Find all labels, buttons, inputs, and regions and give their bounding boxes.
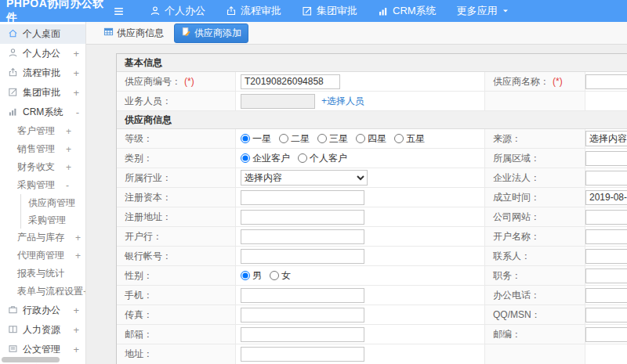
sidebar-item-sales-mgmt[interactable]: 销售管理 +	[0, 140, 85, 158]
sidebar-item-admin-office[interactable]: 行政办公 +	[0, 301, 85, 320]
expand-icon[interactable]: +	[66, 162, 71, 173]
category-option-enterprise[interactable]: 企业客户	[241, 152, 290, 165]
level-option-2star[interactable]: 二星	[279, 132, 310, 146]
sidebar-item-product-inventory[interactable]: 产品与库存 +	[0, 229, 85, 247]
source-select[interactable]: 选择内容	[585, 131, 627, 146]
sidebar-item-purchasing[interactable]: 采购管理	[21, 211, 85, 229]
field-label: 成立时间：	[485, 188, 585, 207]
fax-input[interactable]	[241, 308, 364, 323]
collapse-icon[interactable]: -	[66, 180, 69, 191]
sidebar-item-supplier-mgmt[interactable]: 供应商管理	[21, 194, 85, 211]
collapse-icon[interactable]: -	[76, 106, 79, 118]
expand-icon[interactable]: +	[73, 48, 79, 59]
sidebar-item-personal-office[interactable]: 个人办公 +	[0, 44, 85, 63]
field-label: 注册资本：	[117, 188, 236, 207]
sidebar-item-purchase-mgmt[interactable]: 采购管理 -	[0, 176, 85, 194]
expand-icon[interactable]: +	[73, 87, 79, 99]
nav-crm-system[interactable]: CRM系统	[368, 0, 447, 22]
sidebar-item-finance[interactable]: 财务收支 +	[0, 158, 85, 176]
sidebar-item-group-approval[interactable]: 集团审批 +	[0, 83, 85, 103]
expand-icon[interactable]: +	[73, 324, 79, 336]
sidebar-item-crm-system[interactable]: CRM系统 -	[0, 103, 85, 122]
radio-input[interactable]	[298, 153, 307, 163]
mobile-input[interactable]	[241, 288, 364, 303]
radio-input[interactable]	[241, 153, 250, 163]
form-row-industry-legal: 所属行业： 选择内容 企业法人：	[117, 168, 627, 188]
level-option-5star[interactable]: 五星	[394, 132, 425, 146]
expand-icon[interactable]: +	[73, 305, 79, 316]
home-icon	[8, 28, 18, 41]
contact-person-input[interactable]	[585, 249, 627, 264]
sidebar-item-form-process-settings[interactable]: 表单与流程设置 +	[0, 283, 85, 301]
bank-account-input[interactable]	[241, 249, 364, 264]
company-website-input[interactable]	[585, 210, 627, 225]
bank-name-input[interactable]	[241, 229, 364, 244]
qq-msn-input[interactable]	[585, 308, 627, 323]
expand-icon[interactable]: +	[66, 126, 71, 137]
nav-group-approval[interactable]: 集团审批	[292, 0, 368, 22]
nav-process-approval[interactable]: 流程审批	[216, 0, 292, 22]
supplier-add-form: 基本信息 供应商编号： (*) 供应商名称： (*)	[86, 45, 627, 364]
table-icon	[103, 27, 114, 39]
sidebar-item-label: 供应商管理	[28, 196, 75, 210]
level-option-1star[interactable]: 一星	[241, 132, 271, 146]
sales-person-input[interactable]	[241, 94, 315, 109]
radio-input[interactable]	[317, 134, 327, 143]
radio-input[interactable]	[279, 134, 288, 143]
expand-icon[interactable]: +	[75, 232, 81, 243]
category-option-personal[interactable]: 个人客户	[298, 152, 347, 165]
sidebar-item-label: 财务收支	[17, 160, 55, 174]
section-header-basic-info: 基本信息	[117, 54, 627, 72]
address-input[interactable]	[241, 347, 364, 362]
sidebar-item-customer-mgmt[interactable]: 客户管理 +	[0, 122, 85, 140]
registered-address-input[interactable]	[241, 210, 364, 225]
sidebar-item-label: 个人桌面	[23, 27, 60, 41]
registered-capital-input[interactable]	[241, 190, 364, 205]
sidebar-item-process-approval[interactable]: 流程审批 +	[0, 63, 85, 83]
nav-more-apps[interactable]: 更多应用	[447, 0, 520, 22]
expand-icon[interactable]: +	[66, 144, 71, 155]
zip-code-input[interactable]	[585, 327, 627, 342]
field-label: 供应商编号： (*)	[117, 72, 236, 91]
office-phone-input[interactable]	[585, 288, 627, 303]
expand-icon[interactable]: +	[83, 287, 86, 297]
account-name-input[interactable]	[585, 229, 627, 244]
sidebar-item-personal-desktop[interactable]: 个人桌面	[0, 24, 85, 44]
radio-input[interactable]	[356, 134, 365, 143]
tab-supplier-info[interactable]: 供应商信息	[99, 24, 169, 42]
nav-label: 流程审批	[241, 4, 281, 18]
field-label: 供应商名称： (*)	[485, 72, 585, 91]
choose-person-link[interactable]: +选择人员	[321, 95, 364, 108]
level-option-3star[interactable]: 三星	[317, 132, 348, 146]
field-label: 类别：	[117, 149, 236, 168]
tab-supplier-add[interactable]: 供应商添加	[174, 23, 248, 43]
level-option-4star[interactable]: 四星	[356, 132, 386, 146]
sidebar-item-label: 代理商管理	[17, 249, 64, 262]
expand-icon[interactable]: +	[75, 250, 81, 261]
expand-icon[interactable]: +	[73, 344, 79, 355]
gender-option-male[interactable]: 男	[241, 269, 262, 283]
field-label: 所属区域：	[485, 149, 585, 168]
radio-input[interactable]	[394, 134, 404, 143]
field-label: 邮编：	[485, 325, 585, 344]
expand-icon[interactable]: +	[73, 67, 79, 79]
region-input[interactable]	[585, 151, 627, 166]
email-input[interactable]	[241, 327, 364, 342]
horizontal-scrollbar-thumb[interactable]	[2, 357, 60, 362]
content-area: 供应商信息 供应商添加 基本信息 供应商编号： (*)	[86, 22, 627, 364]
radio-input[interactable]	[270, 271, 279, 280]
position-input[interactable]	[585, 268, 627, 283]
radio-input[interactable]	[241, 134, 250, 143]
hamburger-menu-icon[interactable]	[108, 5, 129, 17]
founding-date-input[interactable]	[585, 190, 627, 205]
nav-personal-office[interactable]: 个人办公	[140, 0, 216, 22]
sidebar-item-agent-mgmt[interactable]: 代理商管理 +	[0, 247, 85, 265]
supplier-code-input[interactable]	[241, 74, 340, 89]
radio-input[interactable]	[241, 271, 250, 280]
supplier-name-input[interactable]	[585, 74, 627, 89]
industry-select[interactable]: 选择内容	[241, 170, 368, 186]
legal-person-input[interactable]	[585, 171, 627, 186]
gender-option-female[interactable]: 女	[270, 269, 291, 283]
sidebar-item-hr[interactable]: 人力资源 +	[0, 320, 85, 340]
sidebar-item-reports[interactable]: 报表与统计	[0, 265, 85, 283]
